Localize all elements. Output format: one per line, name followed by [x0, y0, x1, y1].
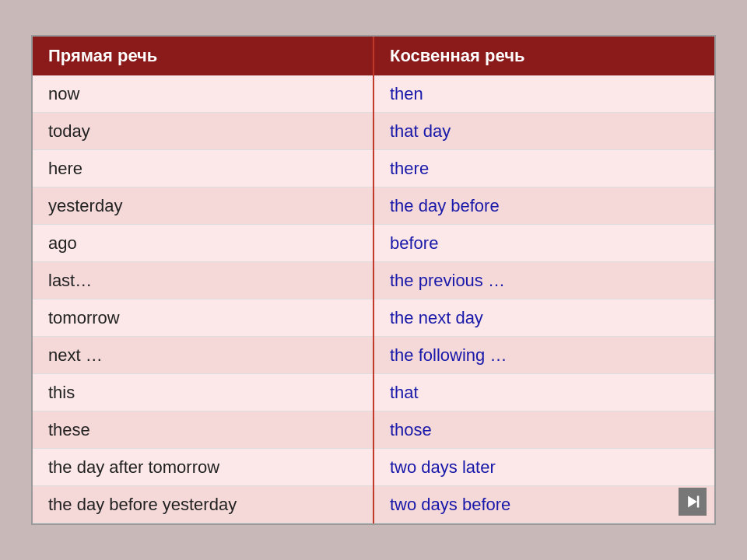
direct-speech-cell: this	[33, 374, 374, 411]
indirect-speech-cell: those	[374, 411, 714, 449]
indirect-speech-cell: before	[374, 225, 714, 262]
direct-speech-cell: ago	[33, 225, 374, 262]
indirect-speech-cell: the previous …	[374, 262, 714, 299]
indirect-speech-cell: there	[374, 150, 714, 187]
direct-speech-cell: the day after tomorrow	[33, 449, 374, 486]
table-row: nowthen	[33, 75, 714, 113]
table-row: the day before yesterdaytwo days before	[33, 486, 714, 523]
indirect-speech-cell: the day before	[374, 187, 714, 225]
svg-rect-1	[697, 496, 700, 508]
direct-speech-cell: next …	[33, 337, 374, 374]
table-header-row: Прямая речь Косвенная речь	[33, 37, 714, 75]
direct-speech-cell: today	[33, 113, 374, 150]
direct-speech-cell: the day before yesterday	[33, 486, 374, 523]
table-wrapper: Прямая речь Косвенная речь nowthentodayt…	[31, 35, 716, 526]
table-row: yesterdaythe day before	[33, 187, 714, 225]
table-row: herethere	[33, 150, 714, 187]
translation-table: Прямая речь Косвенная речь nowthentodayt…	[33, 37, 714, 524]
indirect-speech-cell: two days later	[374, 449, 714, 486]
svg-marker-0	[688, 496, 697, 508]
header-indirect: Косвенная речь	[374, 37, 714, 75]
direct-speech-cell: yesterday	[33, 187, 374, 225]
indirect-speech-cell: the following …	[374, 337, 714, 374]
table-body: nowthentodaythat dayherethereyesterdayth…	[33, 75, 714, 523]
direct-speech-cell: these	[33, 411, 374, 449]
direct-speech-cell: here	[33, 150, 374, 187]
direct-speech-cell: last…	[33, 262, 374, 299]
table-row: thisthat	[33, 374, 714, 411]
table-row: tomorrowthe next day	[33, 299, 714, 337]
indirect-speech-cell: the next day	[374, 299, 714, 337]
direct-speech-cell: tomorrow	[33, 299, 374, 337]
header-direct: Прямая речь	[33, 37, 374, 75]
next-button[interactable]	[679, 488, 707, 516]
table-row: the day after tomorrowtwo days later	[33, 449, 714, 486]
table-row: thesethose	[33, 411, 714, 449]
table-row: last…the previous …	[33, 262, 714, 299]
table-row: agobefore	[33, 225, 714, 262]
indirect-speech-cell: then	[374, 75, 714, 113]
indirect-speech-cell: two days before	[374, 486, 714, 523]
indirect-speech-cell: that day	[374, 113, 714, 150]
indirect-speech-cell: that	[374, 374, 714, 411]
direct-speech-cell: now	[33, 75, 374, 113]
table-row: next …the following …	[33, 337, 714, 374]
table-row: todaythat day	[33, 113, 714, 150]
